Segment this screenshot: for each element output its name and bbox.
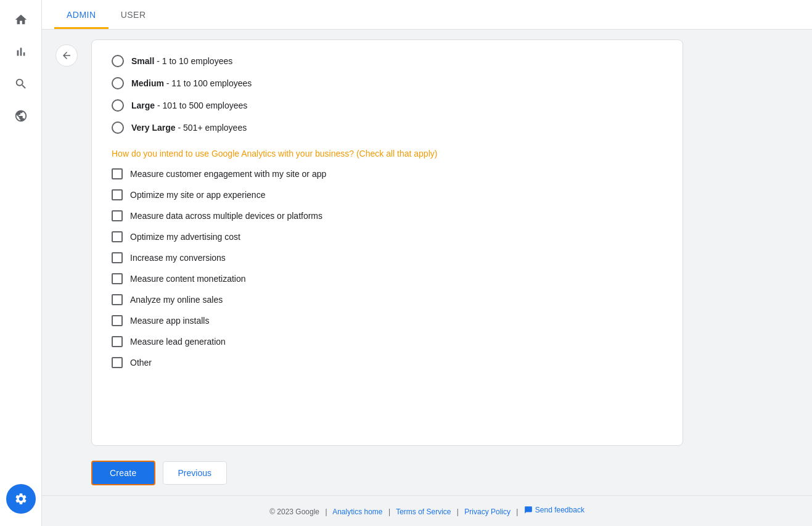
checkbox-label-online-sales: Analyze my online sales — [130, 295, 223, 305]
checkbox-lead-gen[interactable]: Measure lead generation — [112, 336, 663, 347]
feedback-label: Send feedback — [535, 506, 584, 514]
radio-circle-very-large — [112, 121, 124, 134]
checkbox-box-advertising — [112, 231, 123, 242]
checkbox-advertising[interactable]: Optimize my advertising cost — [112, 231, 663, 242]
checkbox-label-conversions: Increase my conversions — [130, 253, 226, 263]
radio-label-small: Small - 1 to 10 employees — [131, 56, 232, 66]
checkbox-label-other: Other — [130, 358, 152, 368]
radio-label-very-large: Very Large - 501+ employees — [131, 123, 247, 133]
checkbox-optimize-experience[interactable]: Optimize my site or app experience — [112, 189, 663, 200]
sep1: | — [325, 508, 327, 516]
checkbox-group: Measure customer engagement with my site… — [112, 168, 663, 368]
feedback-button[interactable]: Send feedback — [524, 506, 584, 514]
sep3: | — [457, 508, 459, 516]
radio-label-medium: Medium - 11 to 100 employees — [131, 78, 252, 88]
radio-medium[interactable]: Medium - 11 to 100 employees — [112, 77, 663, 89]
sidebar — [0, 0, 42, 526]
terms-link[interactable]: Terms of Service — [396, 508, 451, 516]
checkbox-online-sales[interactable]: Analyze my online sales — [112, 294, 663, 305]
radio-circle-medium — [112, 77, 124, 89]
checkbox-label-multi-device: Measure data across multiple devices or … — [130, 211, 322, 221]
sep2: | — [388, 508, 390, 516]
sidebar-bottom — [6, 484, 36, 521]
checkbox-box-lead-gen — [112, 336, 123, 347]
content-wrapper: Small - 1 to 10 employees Medium - 11 to… — [42, 30, 812, 446]
checkbox-monetization[interactable]: Measure content monetization — [112, 273, 663, 284]
checkbox-other[interactable]: Other — [112, 357, 663, 368]
radio-circle-small — [112, 55, 124, 67]
sep4: | — [516, 508, 518, 516]
checkbox-box-other — [112, 357, 123, 368]
checkbox-label-app-installs: Measure app installs — [130, 316, 209, 326]
form-card: Small - 1 to 10 employees Medium - 11 to… — [91, 39, 683, 446]
checkbox-multi-device[interactable]: Measure data across multiple devices or … — [112, 210, 663, 221]
tab-user[interactable]: USER — [109, 0, 158, 29]
privacy-link[interactable]: Privacy Policy — [464, 508, 511, 516]
tab-admin[interactable]: ADMIN — [54, 0, 109, 29]
checkbox-label-engagement: Measure customer engagement with my site… — [130, 169, 326, 179]
checkbox-app-installs[interactable]: Measure app installs — [112, 315, 663, 326]
checkbox-engagement[interactable]: Measure customer engagement with my site… — [112, 168, 663, 179]
settings-icon[interactable] — [6, 484, 36, 514]
search-analytics-icon[interactable] — [6, 69, 36, 99]
checkbox-conversions[interactable]: Increase my conversions — [112, 252, 663, 263]
buttons-area: Create Previous — [42, 446, 812, 495]
create-button[interactable]: Create — [91, 461, 155, 485]
main-content: ADMIN USER Small - 1 to 10 employees — [42, 0, 812, 526]
checkbox-box-app-installs — [112, 315, 123, 326]
radio-large[interactable]: Large - 101 to 500 employees — [112, 99, 663, 112]
checkbox-box-conversions — [112, 252, 123, 263]
checkbox-box-optimize-experience — [112, 189, 123, 200]
size-radio-group: Small - 1 to 10 employees Medium - 11 to… — [112, 55, 663, 134]
checkbox-label-monetization: Measure content monetization — [130, 274, 246, 284]
radio-label-large: Large - 101 to 500 employees — [131, 101, 247, 110]
checkbox-label-lead-gen: Measure lead generation — [130, 337, 226, 347]
radio-small[interactable]: Small - 1 to 10 employees — [112, 55, 663, 67]
checkbox-label-advertising: Optimize my advertising cost — [130, 232, 240, 242]
targeting-icon[interactable] — [6, 101, 36, 131]
back-button[interactable] — [55, 44, 78, 67]
checkbox-box-online-sales — [112, 294, 123, 305]
checkbox-label-optimize-experience: Optimize my site or app experience — [130, 190, 265, 200]
checkbox-box-multi-device — [112, 210, 123, 221]
analytics-home-link[interactable]: Analytics home — [332, 508, 382, 516]
bar-chart-icon[interactable] — [6, 37, 36, 67]
checkbox-box-monetization — [112, 273, 123, 284]
radio-circle-large — [112, 99, 124, 112]
copyright-text: © 2023 Google — [269, 508, 319, 516]
previous-button[interactable]: Previous — [163, 461, 227, 485]
footer: © 2023 Google | Analytics home | Terms o… — [42, 495, 812, 526]
checkbox-box-engagement — [112, 168, 123, 179]
back-panel — [42, 30, 91, 446]
radio-very-large[interactable]: Very Large - 501+ employees — [112, 121, 663, 134]
question-text: How do you intend to use Google Analytic… — [112, 149, 663, 158]
tabs-bar: ADMIN USER — [42, 0, 812, 30]
home-icon[interactable] — [6, 5, 36, 35]
